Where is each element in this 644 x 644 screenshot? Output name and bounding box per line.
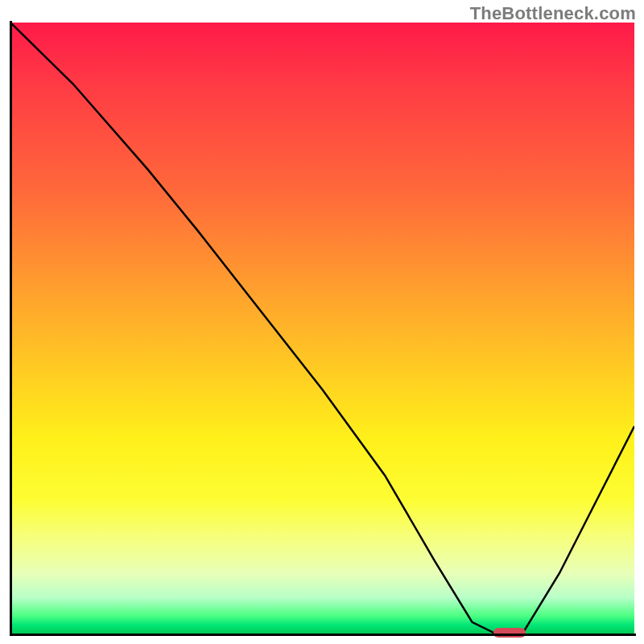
y-axis: [10, 21, 12, 636]
plot-area: [10, 23, 634, 634]
x-axis: [10, 634, 636, 636]
chart-container: TheBottleneck.com: [0, 0, 644, 644]
watermark-label: TheBottleneck.com: [470, 3, 636, 24]
bottleneck-curve: [10, 23, 634, 634]
minimum-marker: [493, 628, 526, 638]
